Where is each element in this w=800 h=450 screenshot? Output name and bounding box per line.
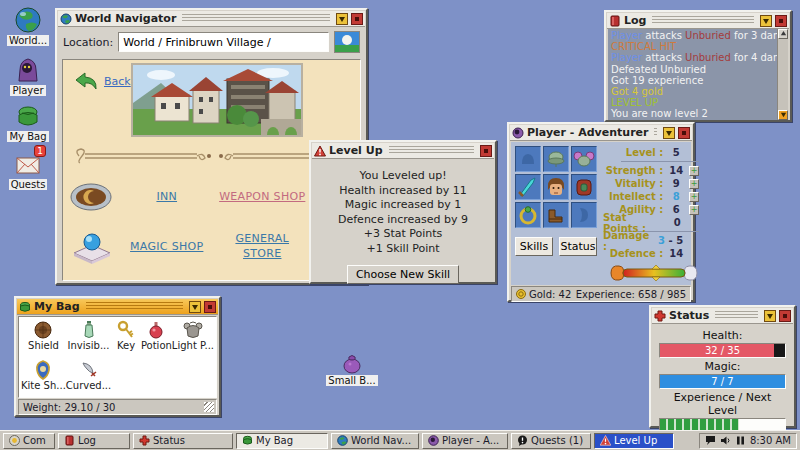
desktop-item-small-bag[interactable]: Small B... (326, 350, 378, 386)
taskbar-button-com[interactable]: Com (3, 433, 55, 449)
my-bag-items: Shield Invisib... Key Potion Light P... … (18, 316, 217, 398)
magic-shop-link[interactable]: MAGIC SHOP (130, 240, 203, 255)
speaker-icon[interactable] (720, 435, 731, 446)
stat-row-intellect: Intellect : 8 + (603, 190, 699, 203)
intellect-plus-button[interactable]: + (689, 192, 699, 202)
boots-item[interactable] (543, 202, 569, 228)
desktop-icon-quests[interactable]: 1 Quests (4, 150, 52, 190)
minimize-button[interactable] (663, 127, 675, 139)
inn-link[interactable]: INN (156, 190, 177, 205)
stats-panel: Level : 5 Strength : 14 + Vitality : 9 +… (603, 146, 699, 283)
status-window: Status Health: 32 / 35 Magic: 7 / 7 Expe… (649, 305, 796, 428)
hat-item[interactable] (543, 146, 569, 172)
taskbar-button-my-bag[interactable]: My Bag (236, 433, 328, 449)
status-titlebar[interactable]: Status (652, 308, 793, 324)
close-button[interactable] (480, 145, 492, 157)
world-navigator-titlebar[interactable]: World Navigator (58, 11, 365, 27)
inn-sign-icon (70, 179, 112, 215)
window-title: Level Up (329, 144, 383, 157)
health-label: Health: (659, 329, 786, 342)
bag-item-key[interactable]: Key (111, 320, 141, 360)
map-thumbnail-button[interactable] (334, 31, 360, 53)
bag-item-curved-sword[interactable]: Curved... (66, 360, 111, 400)
minimize-button[interactable] (760, 15, 772, 27)
back-arrow-icon (75, 72, 99, 90)
back-link-label: Back (104, 75, 131, 88)
gold-coin-icon (516, 289, 526, 299)
log-titlebar[interactable]: Log (607, 13, 789, 29)
bag-item-shield[interactable]: Shield (21, 320, 66, 360)
bag-icon (14, 102, 42, 130)
weapon-shop-link[interactable]: WEAPON SHOP (219, 190, 305, 205)
titlebar-lines (654, 128, 657, 137)
stat-row-level: Level : 5 (603, 146, 699, 159)
minimize-button[interactable] (764, 310, 776, 322)
red-book-icon (609, 15, 621, 27)
minimize-button[interactable] (189, 301, 201, 313)
close-button[interactable] (204, 301, 216, 313)
bag-item-potion[interactable]: Potion (141, 320, 172, 360)
purple-bag-icon (340, 350, 364, 374)
sword-item[interactable] (515, 174, 541, 200)
close-button[interactable] (351, 13, 363, 25)
location-input[interactable] (118, 32, 329, 52)
ring-item[interactable] (515, 202, 541, 228)
player-icon (428, 435, 439, 446)
empty-offhand-slot[interactable] (571, 202, 597, 228)
log-entry: LEVEL UP (611, 97, 774, 108)
taskbar-button-log[interactable]: Log (58, 433, 130, 449)
general-store-link[interactable]: GENERAL STORE (216, 232, 308, 262)
agility-plus-button[interactable]: + (689, 205, 699, 215)
log-entry: CRITICAL HIT (611, 41, 774, 52)
player-icon (512, 127, 524, 139)
character-portrait[interactable] (543, 174, 569, 200)
system-tray: 8:30 AM (699, 433, 797, 449)
scroll-up-button[interactable] (778, 29, 788, 39)
red-cross-icon (139, 435, 150, 446)
round-shield-icon (33, 320, 53, 340)
taskbar-button-quests[interactable]: Quests (1) (511, 433, 591, 449)
backpack-item[interactable] (571, 174, 597, 200)
desktop-icon-label: Player (10, 85, 45, 96)
bag-item-light-plate[interactable]: Light P... (172, 320, 214, 360)
desktop-icon-player[interactable]: Player (4, 56, 52, 96)
log-scrollbar[interactable] (777, 29, 788, 120)
bag-item-invisibility[interactable]: Invisib... (66, 320, 111, 360)
pause-icon[interactable] (735, 435, 746, 446)
desktop-icon-world[interactable]: World... (4, 6, 52, 46)
player-icon (14, 56, 42, 84)
taskbar-button-level-up[interactable]: Level Up (594, 433, 674, 449)
taskbar-button-player[interactable]: Player - A... (422, 433, 508, 449)
close-button[interactable] (775, 15, 787, 27)
window-title: Log (624, 14, 646, 27)
my-bag-titlebar[interactable]: My Bag (17, 299, 218, 315)
strength-plus-button[interactable]: + (689, 166, 699, 176)
experience-label: Experience / Next Level (659, 391, 786, 417)
titlebar-lines (182, 14, 330, 23)
taskbar-button-world-nav[interactable]: World Nav... (331, 433, 419, 449)
status-button[interactable]: Status (559, 237, 597, 256)
stat-row-strength: Strength : 14 + (603, 164, 699, 177)
desktop-icon-my-bag[interactable]: My Bag (4, 102, 52, 142)
log-entry: Got 4 gold (611, 86, 774, 97)
empty-helmet-slot[interactable] (515, 146, 541, 172)
close-button[interactable] (779, 310, 791, 322)
village-image (131, 63, 303, 137)
location-label: Location: (63, 36, 113, 49)
vitality-plus-button[interactable]: + (689, 179, 699, 189)
back-link[interactable]: Back (75, 72, 131, 90)
scroll-down-button[interactable] (778, 110, 788, 120)
player-titlebar[interactable]: Player - Adventurer (510, 125, 692, 141)
skills-button[interactable]: Skills (515, 237, 553, 256)
choose-new-skill-button[interactable]: Choose New Skill (347, 265, 459, 284)
shoulder-armor-item[interactable] (571, 146, 597, 172)
chat-icon[interactable] (705, 435, 716, 446)
level-up-titlebar[interactable]: Level Up (312, 143, 494, 159)
taskbar-button-status[interactable]: Status (133, 433, 233, 449)
log-entry: You are now level 2 (611, 108, 774, 119)
bag-item-kite-shield[interactable]: Kite Sh... (21, 360, 66, 400)
level-up-message: Defence increased by 9 (316, 213, 490, 228)
resize-grip[interactable] (204, 402, 214, 412)
minimize-button[interactable] (336, 13, 348, 25)
close-button[interactable] (678, 127, 690, 139)
